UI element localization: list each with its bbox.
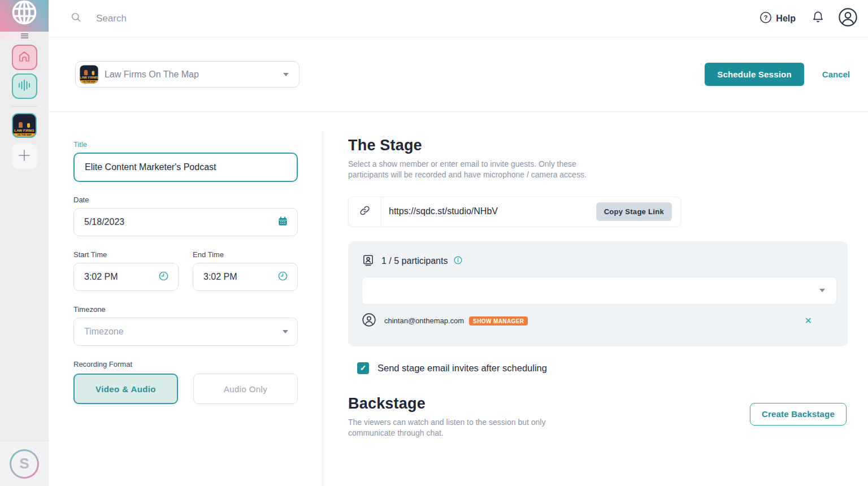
format-option-audio-only[interactable]: Audio Only: [193, 374, 298, 404]
end-time-input[interactable]: 3:02 PM: [193, 263, 298, 291]
chevron-down-icon: [283, 330, 288, 333]
show-thumbnail: LAW FIRMS ON THE MAP: [80, 65, 98, 83]
chevron-down-icon: [283, 73, 289, 76]
stage-description: Select a show member or enter email to i…: [348, 159, 591, 180]
page-header: LAW FIRMS ON THE MAP Law Firms On The Ma…: [49, 37, 868, 112]
search-bar[interactable]: [71, 12, 760, 25]
participant-email-input[interactable]: [362, 277, 837, 305]
help-button[interactable]: ? Help: [760, 11, 796, 26]
start-time-value: 3:02 PM: [84, 272, 158, 282]
stage-link-card: https://sqdc.st/studio/NHbV Copy Stage L…: [348, 197, 681, 227]
bell-icon: [811, 11, 824, 26]
participant-avatar-icon: [362, 313, 376, 329]
sidebar-item-sessions[interactable]: [12, 73, 37, 99]
svg-text:?: ?: [764, 14, 768, 21]
user-avatar-icon: [838, 7, 858, 29]
end-time-value: 3:02 PM: [203, 272, 277, 282]
plus-icon: [17, 148, 32, 165]
session-form: Title Date 5/18/2023 Start Ti: [73, 140, 298, 404]
backstage-description: The viewers can watch and listen to the …: [348, 417, 591, 439]
link-icon: [359, 205, 371, 219]
hamburger-icon: [21, 31, 28, 41]
add-show-button[interactable]: [12, 144, 37, 169]
squadcast-logo[interactable]: S: [10, 449, 39, 479]
clock-icon[interactable]: [158, 271, 169, 284]
column-divider: [323, 131, 323, 486]
participants-count: 1 / 5 participants: [381, 256, 448, 266]
send-invites-label: Send stage email invites after schedulin…: [377, 363, 547, 374]
show-art-title: LAW FIRMS: [14, 129, 34, 133]
sidebar-divider: [11, 106, 37, 107]
backstage-section: Backstage The viewers can watch and list…: [348, 395, 848, 439]
help-icon: ?: [760, 11, 772, 26]
date-value: 5/18/2023: [84, 217, 277, 227]
show-art: [19, 122, 30, 128]
date-label: Date: [73, 196, 298, 204]
info-icon[interactable]: [453, 255, 463, 267]
sidebar-collapse[interactable]: [0, 32, 49, 39]
clock-icon[interactable]: [277, 271, 288, 284]
sidebar-item-home[interactable]: [12, 45, 37, 70]
search-input[interactable]: [96, 13, 333, 24]
sidebar: LAW FIRMS ON THE MAP S: [0, 0, 49, 486]
copy-stage-link-button[interactable]: Copy Stage Link: [596, 202, 672, 221]
format-option-video-audio[interactable]: Video & Audio: [73, 374, 178, 404]
create-backstage-button[interactable]: Create Backstage: [750, 403, 847, 426]
home-icon: [18, 50, 31, 66]
date-input[interactable]: 5/18/2023: [73, 208, 298, 236]
start-time-label: Start Time: [73, 250, 179, 259]
search-icon: [71, 12, 81, 25]
show-select-dropdown[interactable]: LAW FIRMS ON THE MAP Law Firms On The Ma…: [75, 61, 300, 88]
participants-panel: 1 / 5 participants chin: [348, 241, 848, 346]
participant-email: chintan@onthemap.com: [384, 316, 464, 325]
link-icon-cell: [349, 197, 381, 226]
chevron-down-icon: [819, 289, 825, 292]
squadcast-logo-letter: S: [11, 451, 37, 477]
show-art-subtitle: ON THE MAP: [13, 133, 36, 137]
main-content: Title Date 5/18/2023 Start Ti: [49, 112, 868, 486]
participants-badge-icon: [362, 254, 375, 269]
waveform-icon: [17, 78, 32, 95]
sidebar-item-show-law-firms[interactable]: LAW FIRMS ON THE MAP: [12, 113, 37, 138]
calendar-icon[interactable]: [277, 216, 288, 229]
participant-row: chintan@onthemap.com SHOW MANAGER ✕: [362, 313, 836, 329]
timezone-label: Timezone: [73, 305, 298, 314]
title-label: Title: [73, 140, 298, 149]
remove-participant-icon[interactable]: ✕: [805, 316, 812, 326]
email-invites-row: ✓ Send stage email invites after schedul…: [357, 362, 848, 374]
timezone-placeholder: Timezone: [84, 327, 283, 337]
end-time-label: End Time: [193, 250, 298, 259]
title-input[interactable]: [73, 153, 298, 182]
topbar: ? Help: [49, 0, 868, 37]
globe-icon: [10, 0, 39, 29]
start-time-input[interactable]: 3:02 PM: [73, 263, 179, 291]
help-label: Help: [776, 14, 796, 24]
stage-section: The Stage Select a show member or enter …: [348, 137, 848, 439]
account-menu-button[interactable]: [838, 7, 858, 29]
sidebar-footer: S: [0, 441, 49, 486]
timezone-select[interactable]: Timezone: [73, 318, 298, 346]
show-select-value: Law Firms On The Map: [105, 70, 283, 80]
stage-title: The Stage: [348, 137, 848, 154]
notifications-button[interactable]: [811, 11, 824, 26]
show-manager-badge: SHOW MANAGER: [469, 316, 528, 326]
cancel-button[interactable]: Cancel: [822, 70, 850, 79]
schedule-session-button[interactable]: Schedule Session: [705, 63, 804, 86]
stage-link-url: https://sqdc.st/studio/NHbV: [381, 206, 596, 216]
send-invites-checkbox[interactable]: ✓: [357, 362, 369, 374]
app-logo[interactable]: [0, 0, 49, 32]
recording-format-label: Recording Format: [73, 360, 298, 368]
